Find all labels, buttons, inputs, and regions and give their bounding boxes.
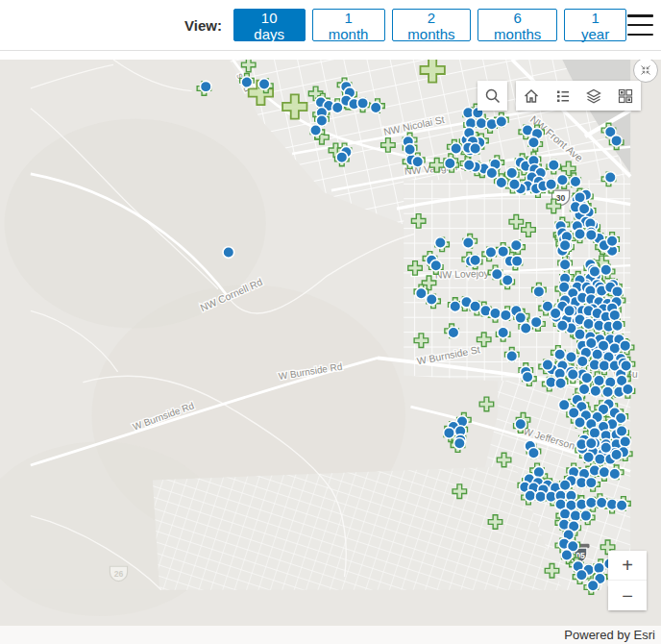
incident-dot[interactable] xyxy=(554,349,566,360)
incident-dot[interactable] xyxy=(564,306,575,317)
incident-dot[interactable] xyxy=(606,235,618,247)
incident-dot[interactable] xyxy=(496,177,507,188)
incident-dot[interactable] xyxy=(451,143,462,155)
incident-dot[interactable] xyxy=(559,480,571,491)
incident-dot[interactable] xyxy=(470,255,481,266)
incident-dot[interactable] xyxy=(594,562,605,574)
incident-dot[interactable] xyxy=(336,152,348,163)
legend-button[interactable] xyxy=(548,81,579,111)
incident-dot[interactable] xyxy=(453,437,465,449)
incident-dot[interactable] xyxy=(558,400,570,411)
incident-dot[interactable] xyxy=(511,256,523,267)
incident-dot[interactable] xyxy=(506,167,518,179)
incident-dot[interactable] xyxy=(557,320,569,332)
incident-dot[interactable] xyxy=(522,372,533,384)
incident-dot[interactable] xyxy=(476,117,487,129)
incident-dot[interactable] xyxy=(498,246,509,258)
incident-dot[interactable] xyxy=(616,426,627,437)
incident-dot[interactable] xyxy=(528,447,540,458)
incident-dot[interactable] xyxy=(444,428,455,439)
incident-dot[interactable] xyxy=(550,308,561,319)
incident-dot[interactable] xyxy=(515,419,526,431)
incident-dot[interactable] xyxy=(586,497,598,508)
incident-dot[interactable] xyxy=(586,230,598,241)
incident-dot[interactable] xyxy=(599,360,610,372)
incident-dot[interactable] xyxy=(576,570,588,582)
incident-dot[interactable] xyxy=(620,340,631,352)
incident-dot[interactable] xyxy=(520,323,531,334)
incident-dot[interactable] xyxy=(566,352,577,363)
incident-dot[interactable] xyxy=(620,436,631,448)
incident-dot[interactable] xyxy=(611,449,623,460)
incident-dot[interactable] xyxy=(470,143,481,155)
incident-dot[interactable] xyxy=(530,316,542,328)
incident-dot[interactable] xyxy=(501,310,512,321)
incident-dot[interactable] xyxy=(586,477,598,488)
incident-dot[interactable] xyxy=(404,144,416,156)
incident-dot[interactable] xyxy=(525,490,536,502)
incident-dot[interactable] xyxy=(575,417,586,429)
incident-dot[interactable] xyxy=(611,136,623,147)
incident-dot[interactable] xyxy=(492,268,503,280)
incident-dot[interactable] xyxy=(426,294,437,306)
incident-dot[interactable] xyxy=(567,369,578,381)
incident-dot[interactable] xyxy=(616,500,627,511)
incident-dot[interactable] xyxy=(506,351,518,362)
incident-dot[interactable] xyxy=(602,386,614,398)
incident-dot[interactable] xyxy=(595,454,606,465)
incident-dot[interactable] xyxy=(600,442,612,454)
incident-dot[interactable] xyxy=(445,158,456,169)
home-button[interactable] xyxy=(516,81,548,111)
incident-dot[interactable] xyxy=(502,275,513,286)
incident-dot[interactable] xyxy=(435,237,447,249)
incident-dot[interactable] xyxy=(587,580,599,591)
incident-dot[interactable] xyxy=(583,452,595,463)
incident-dot[interactable] xyxy=(592,349,603,360)
layers-button[interactable] xyxy=(578,81,610,111)
incident-dot[interactable] xyxy=(576,356,588,367)
incident-dot[interactable] xyxy=(533,466,545,478)
incident-dot[interactable] xyxy=(412,156,424,167)
incident-dot[interactable] xyxy=(580,510,592,522)
incident-dot[interactable] xyxy=(612,320,624,332)
incident-dot[interactable] xyxy=(570,176,581,187)
view-button-2-months[interactable]: 2 months xyxy=(392,9,472,41)
incident-dot[interactable] xyxy=(594,375,605,386)
incident-dot[interactable] xyxy=(559,239,571,251)
incident-dot[interactable] xyxy=(310,125,322,136)
incident-dot[interactable] xyxy=(370,102,381,113)
incident-dot[interactable] xyxy=(241,77,253,88)
incident-dot[interactable] xyxy=(430,260,442,271)
incident-dot[interactable] xyxy=(555,378,567,389)
incident-dot[interactable] xyxy=(200,81,211,92)
incident-dot[interactable] xyxy=(609,310,621,321)
incident-dot[interactable] xyxy=(463,160,475,171)
incident-dot[interactable] xyxy=(463,237,475,249)
incident-dot[interactable] xyxy=(589,266,600,278)
incident-dot[interactable] xyxy=(258,79,270,90)
incident-dot[interactable] xyxy=(596,497,607,508)
zoom-out-button[interactable]: − xyxy=(608,581,647,610)
zoom-in-button[interactable]: + xyxy=(608,551,647,581)
map-canvas[interactable]: s RdNW Nicolai StNW Front AveNW Vaughn S… xyxy=(0,60,661,644)
incident-dot[interactable] xyxy=(570,510,581,522)
incident-dot[interactable] xyxy=(578,203,590,214)
incident-dot[interactable] xyxy=(559,259,571,270)
view-button-1-year[interactable]: 1 year xyxy=(564,9,626,41)
incident-dot[interactable] xyxy=(623,384,634,395)
incident-dot[interactable] xyxy=(498,327,509,338)
incident-dot[interactable] xyxy=(510,239,522,251)
view-button-6-months[interactable]: 6 months xyxy=(477,9,557,41)
incident-dot[interactable] xyxy=(575,329,586,340)
incident-dot[interactable] xyxy=(604,172,616,184)
incident-dot[interactable] xyxy=(485,247,497,259)
incident-dot[interactable] xyxy=(533,286,545,298)
incident-dot[interactable] xyxy=(416,287,428,299)
incident-dot[interactable] xyxy=(535,491,547,503)
incident-dot[interactable] xyxy=(509,179,521,190)
incident-dot[interactable] xyxy=(599,466,610,478)
incident-dot[interactable] xyxy=(546,179,557,190)
incident-dot[interactable] xyxy=(589,428,600,439)
incident-dot[interactable] xyxy=(223,247,234,259)
incident-dot[interactable] xyxy=(496,116,507,128)
